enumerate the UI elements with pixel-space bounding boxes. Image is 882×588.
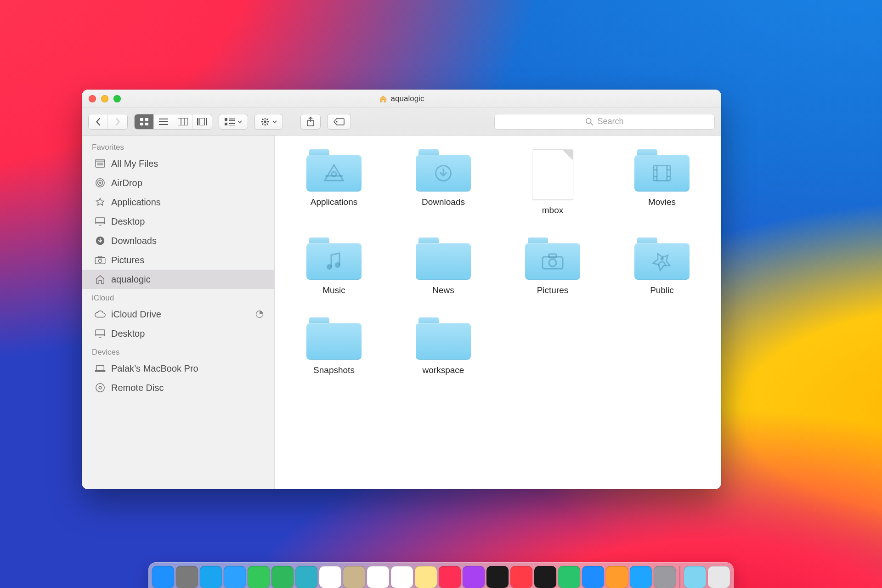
svg-point-67 — [335, 262, 340, 268]
dock-numbers-icon[interactable] — [558, 566, 580, 588]
sidebar-item-pictures[interactable]: Pictures — [82, 250, 274, 270]
search-placeholder: Search — [597, 117, 623, 126]
grid-item[interactable]: News — [398, 237, 489, 295]
sidebar-item-remote-disc[interactable]: Remote Disc — [82, 378, 274, 397]
svg-point-31 — [586, 118, 591, 123]
dock-reminders-icon[interactable] — [391, 566, 413, 588]
sidebar-item-airdrop[interactable]: AirDrop — [82, 173, 274, 192]
svg-rect-17 — [229, 123, 235, 124]
dock-contacts-icon[interactable] — [343, 566, 365, 588]
sidebar-item-icloud-drive[interactable]: iCloud Drive — [82, 305, 274, 324]
dock-mail-icon[interactable] — [224, 566, 246, 588]
grid-item[interactable]: Public — [616, 237, 707, 295]
svg-rect-6 — [159, 124, 168, 125]
minimize-button[interactable] — [101, 95, 108, 102]
sidebar-header: Favorites — [82, 138, 274, 154]
list-view-button[interactable] — [154, 114, 173, 129]
sidebar-item-downloads[interactable]: Downloads — [82, 231, 274, 250]
dock-notes-icon[interactable] — [415, 566, 437, 588]
svg-line-26 — [267, 119, 268, 120]
downloads-icon — [95, 236, 106, 246]
grid-item[interactable]: Downloads — [398, 149, 489, 215]
sidebar-item-aqualogic[interactable]: aqualogic — [82, 270, 274, 289]
svg-point-19 — [264, 120, 266, 123]
dock-photos-icon[interactable] — [319, 566, 341, 588]
dock-pages-icon[interactable] — [606, 566, 628, 588]
dock-messages-icon[interactable] — [248, 566, 270, 588]
svg-marker-55 — [325, 165, 343, 181]
zoom-button[interactable] — [113, 95, 121, 102]
group-button[interactable] — [219, 114, 248, 130]
dock-news-icon[interactable] — [510, 566, 532, 588]
dock-podcasts-icon[interactable] — [463, 566, 485, 588]
gallery-view-button[interactable] — [192, 114, 212, 129]
file-icon — [532, 149, 573, 200]
dock-settings-icon[interactable] — [654, 566, 676, 588]
dock-maps-icon[interactable] — [295, 566, 317, 588]
folder-icon — [525, 237, 580, 280]
search-field[interactable]: Search — [494, 114, 715, 130]
icon-view-button[interactable] — [135, 114, 154, 129]
close-button[interactable] — [89, 95, 96, 102]
grid-item[interactable]: mbox — [507, 149, 598, 215]
folder-icon — [416, 317, 471, 360]
folder-icon — [634, 237, 690, 280]
grid-item[interactable]: Applications — [288, 149, 379, 215]
back-button[interactable] — [89, 114, 108, 129]
icloud-progress-icon — [255, 310, 264, 319]
grid-item-label: mbox — [542, 205, 563, 215]
gear-icon — [260, 117, 270, 126]
forward-button[interactable] — [108, 114, 127, 129]
sidebar-item-all-my-files[interactable]: All My Files — [82, 154, 274, 173]
dock-launchpad-icon[interactable] — [176, 566, 198, 588]
grid-item-label: Music — [322, 285, 345, 295]
dock-trash-icon[interactable] — [708, 566, 730, 588]
grid-item[interactable]: Snapshots — [288, 317, 379, 375]
grid-item[interactable]: workspace — [398, 317, 489, 375]
svg-line-27 — [262, 123, 264, 124]
dock-facetime-icon[interactable] — [271, 566, 294, 588]
grid-item[interactable]: Movies — [616, 149, 707, 215]
dock-calendar-icon[interactable] — [367, 566, 389, 588]
column-view-button[interactable] — [173, 114, 192, 129]
grid-item-label: News — [432, 285, 454, 295]
desktop-icon — [95, 328, 106, 339]
dock-keynote-icon[interactable] — [582, 566, 604, 588]
folder-icon — [634, 149, 690, 192]
tags-button[interactable] — [327, 114, 351, 130]
grid-item[interactable]: Music — [288, 237, 379, 295]
dock-tv-icon[interactable] — [486, 566, 509, 588]
action-button[interactable] — [254, 114, 283, 130]
sidebar-item-applications[interactable]: Applications — [82, 192, 274, 212]
svg-point-70 — [549, 259, 556, 266]
share-button[interactable] — [300, 114, 321, 130]
dock-folder-icon[interactable] — [684, 566, 706, 588]
sidebar-item-label: Desktop — [111, 328, 145, 339]
sidebar-item-desktop[interactable]: Desktop — [82, 212, 274, 231]
dock-finder-icon[interactable] — [152, 566, 174, 588]
svg-point-66 — [327, 264, 332, 270]
dock-stocks-icon[interactable] — [534, 566, 556, 588]
sidebar-header-label: Favorites — [92, 143, 124, 152]
sidebar-item-desktop[interactable]: Desktop — [82, 324, 274, 343]
svg-rect-2 — [140, 123, 143, 125]
svg-rect-69 — [549, 254, 556, 258]
sidebar-item-label: Pictures — [111, 255, 144, 266]
chevron-down-icon — [237, 120, 242, 124]
dock-appstore-icon[interactable] — [630, 566, 652, 588]
content-area[interactable]: ApplicationsDownloadsmboxMoviesMusicNews… — [275, 136, 721, 489]
grid-item-label: Snapshots — [313, 365, 355, 375]
sidebar-header-label: Devices — [92, 348, 119, 356]
sidebar-item-label: AirDrop — [111, 178, 142, 188]
folder-icon — [306, 149, 362, 192]
svg-rect-1 — [145, 118, 148, 121]
grid-item[interactable]: Pictures — [507, 237, 598, 295]
nav-buttons — [88, 114, 128, 130]
sidebar-item-label: iCloud Drive — [111, 309, 161, 320]
svg-rect-14 — [225, 123, 227, 125]
dock-music-icon[interactable] — [439, 566, 461, 588]
icloud-icon — [95, 309, 106, 319]
dock-safari-icon[interactable] — [200, 566, 222, 588]
sidebar-item-palak-s-macbook-pro[interactable]: Palak’s MacBook Pro — [82, 359, 274, 378]
titlebar[interactable]: aqualogic — [82, 90, 721, 108]
